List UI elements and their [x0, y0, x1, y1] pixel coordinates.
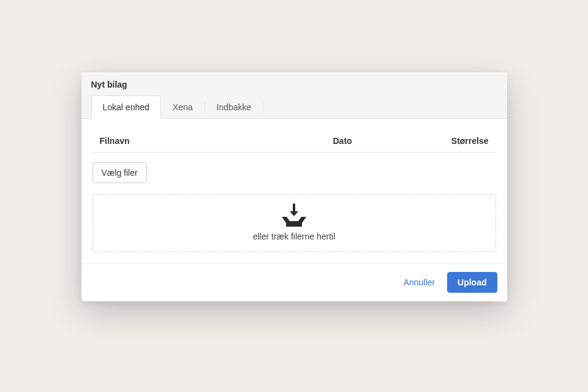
column-size: Størrelse	[419, 136, 492, 146]
modal-header: Nyt bilag Lokal enhed Xena Indbakke	[81, 72, 507, 119]
upload-modal: Nyt bilag Lokal enhed Xena Indbakke Filn…	[81, 72, 507, 301]
dropzone[interactable]: eller træk filerne hertil	[92, 194, 496, 252]
modal-title: Nyt bilag	[91, 80, 497, 89]
tab-separator	[263, 102, 263, 113]
tab-label: Lokal enhed	[103, 102, 149, 112]
column-filename: Filnavn	[96, 136, 333, 146]
inbox-download-icon	[99, 203, 489, 228]
tabs: Lokal enhed Xena Indbakke	[91, 96, 497, 119]
dropzone-text: eller træk filerne hertil	[99, 232, 489, 241]
choose-files-button[interactable]: Vælg filer	[92, 162, 147, 183]
upload-button[interactable]: Upload	[447, 272, 497, 293]
tab-inbox[interactable]: Indbakke	[205, 96, 263, 119]
modal-footer: Annuller Upload	[81, 263, 507, 301]
choose-files-row: Vælg filer	[92, 162, 496, 183]
tab-xena[interactable]: Xena	[161, 96, 205, 119]
file-table-header: Filnavn Dato Størrelse	[92, 130, 496, 153]
column-date: Dato	[333, 136, 419, 146]
modal-body: Filnavn Dato Størrelse Vælg filer eller …	[81, 119, 507, 263]
cancel-button[interactable]: Annuller	[398, 273, 441, 292]
tab-label: Indbakke	[217, 102, 252, 112]
tab-local-device[interactable]: Lokal enhed	[91, 96, 161, 119]
tab-label: Xena	[173, 102, 193, 112]
